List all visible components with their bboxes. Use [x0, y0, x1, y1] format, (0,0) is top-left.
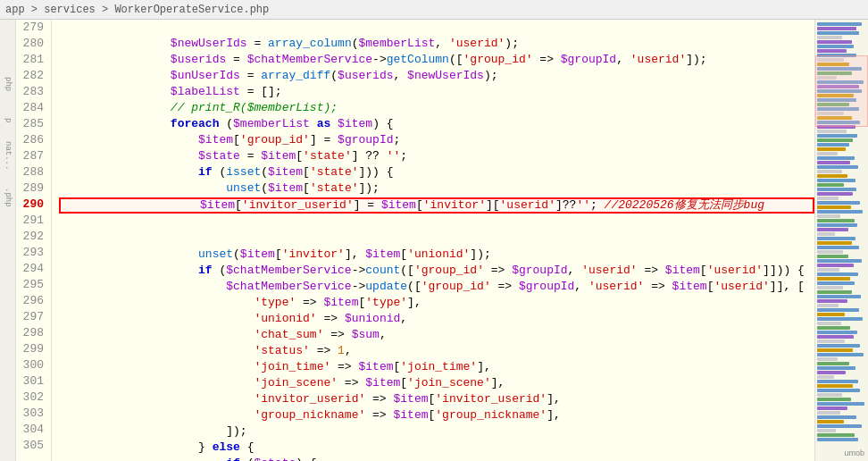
sidebar-label-nat: nat...: [4, 141, 13, 170]
code-line-297: 'chat_sum' => $sum,: [59, 311, 814, 327]
minimap[interactable]: umob: [814, 20, 868, 461]
code-line-303: ]);: [59, 407, 814, 423]
code-line-294: $chatMemberService->update(['group_id' =…: [59, 263, 814, 279]
code-line-296: 'unionid' => $unionid,: [59, 295, 814, 311]
code-line-287: if (isset($item['state'])) {: [59, 148, 814, 164]
breadcrumb: app > services > WorkerOperateService.ph…: [0, 0, 868, 20]
code-line-285: $item['group_id'] = $groupId;: [59, 116, 814, 132]
line-numbers: 279 280 281 282 283 284 285 286 287 288 …: [16, 20, 52, 461]
code-lines: $newUserIds = array_column($memberList, …: [52, 20, 814, 461]
breadcrumb-text: app > services > WorkerOperateService.ph…: [5, 4, 269, 16]
code-line-292: unset($item['invitor'], $item['unionid']…: [59, 230, 814, 247]
code-line-284: foreach ($memberList as $item) {: [59, 100, 814, 116]
code-line-280: $userids = $chatMemberService->getColumn…: [59, 36, 814, 52]
left-sidebar: php p nat... .php: [0, 20, 16, 461]
code-line-302: 'group_nickname' => $item['group_nicknam…: [59, 391, 814, 407]
minimap-brand-label: umob: [844, 448, 864, 457]
code-line-291: [59, 214, 814, 230]
code-line-300: 'join_scene' => $item['join_scene'],: [59, 359, 814, 375]
sidebar-label-phpfile: .php: [4, 188, 13, 207]
code-line-282: $labelList = [];: [59, 68, 814, 84]
code-line-305: if ($state) {: [59, 440, 814, 456]
code-line-283: // print_R($memberList);: [59, 84, 814, 100]
code-line-293: if ($chatMemberService->count(['group_id…: [59, 247, 814, 263]
editor-container: app > services > WorkerOperateService.ph…: [0, 0, 868, 461]
code-line-304: } else {: [59, 423, 814, 440]
code-line-301: 'invitor_userid' => $item['invitor_useri…: [59, 375, 814, 391]
code-area: php p nat... .php 279 280 281 282 283 28…: [0, 20, 868, 461]
code-line-290: $item['invitor_userid'] = $item['invitor…: [59, 197, 814, 214]
code-line-288: unset($item['state']);: [59, 164, 814, 180]
code-line-281: $unUserIds = array_diff($userids, $newUs…: [59, 52, 814, 68]
sidebar-label-p: p: [4, 118, 13, 122]
code-line-299: 'join_time' => $item['join_time'],: [59, 343, 814, 359]
minimap-viewport: [815, 55, 868, 127]
code-line-279: $newUserIds = array_column($memberList, …: [59, 20, 814, 36]
code-line-295: 'type' => $item['type'],: [59, 279, 814, 295]
sidebar-label-php: php: [4, 77, 13, 91]
code-line-286: $state = $item['state'] ?? '';: [59, 132, 814, 148]
code-line-298: 'status' => 1,: [59, 327, 814, 343]
